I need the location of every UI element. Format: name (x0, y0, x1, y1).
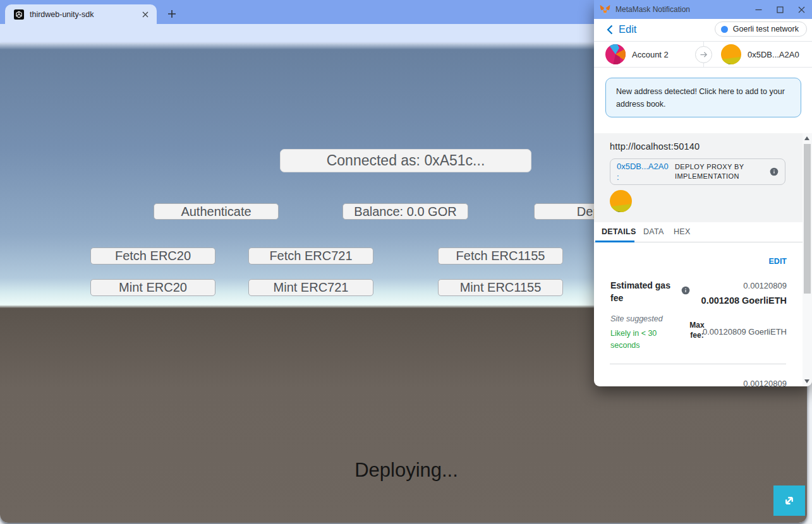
max-fee-value: 0.00120809 GoerliETH (703, 327, 787, 336)
detail-tabs: DETAILS DATA HEX (594, 222, 803, 242)
scrollbar-thumb[interactable] (804, 144, 811, 294)
network-badge-label: Goerli test network (733, 25, 799, 33)
mint-erc20-button[interactable]: Mint ERC20 (90, 279, 215, 296)
metamask-popup: MetaMask Notification Edit Goerli test n… (594, 0, 812, 386)
accounts-row: Account 2 0x5DB...A2A0 (594, 42, 812, 68)
metamask-header: Edit Goerli test network (594, 19, 812, 42)
gas-amount-secondary: 0.00120809 (743, 281, 787, 290)
fetch-erc20-button[interactable]: Fetch ERC20 (90, 247, 215, 265)
metamask-titlebar: MetaMask Notification (594, 0, 812, 19)
to-account[interactable]: 0x5DB...A2A0 (721, 44, 799, 64)
fullscreen-button[interactable] (773, 485, 805, 516)
active-tab-underline (595, 241, 634, 242)
from-account[interactable]: Account 2 (605, 44, 669, 64)
transaction-summary-section: http://localhost:50140 0x5DB...A2A0 : DE… (594, 133, 803, 222)
browser-tab[interactable]: thirdweb-unity-sdk (5, 4, 157, 24)
unity-favicon-icon (14, 9, 24, 20)
mint-erc1155-button[interactable]: Mint ERC1155 (438, 279, 563, 296)
tab-data[interactable]: DATA (643, 227, 664, 236)
tx-colon: : (617, 172, 619, 182)
mint-erc721-button[interactable]: Mint ERC721 (248, 279, 373, 296)
screen: thirdweb-unity-sdk localhost:50140 (0, 0, 812, 524)
from-account-avatar (605, 44, 626, 64)
connected-as-button[interactable]: Connected as: 0xA51c... (280, 149, 531, 172)
new-address-alert[interactable]: New address detected! Click here to add … (605, 78, 801, 117)
tab-title: thirdweb-unity-sdk (30, 10, 140, 19)
tab-close-icon[interactable] (140, 9, 150, 20)
edit-back-label: Edit (619, 23, 636, 35)
to-address-short: 0x5DB...A2A0 (748, 50, 799, 59)
network-badge[interactable]: Goerli test network (715, 21, 807, 37)
gas-amount-primary: 0.001208 GoerliETH (701, 295, 787, 306)
tx-address: 0x5DB...A2A0 (617, 162, 669, 171)
gas-time-estimate: Likely in < 30 seconds (610, 328, 669, 352)
fetch-erc1155-button[interactable]: Fetch ERC1155 (438, 247, 563, 265)
edit-gas-link[interactable]: EDIT (769, 257, 787, 266)
tab-details[interactable]: DETAILS (602, 227, 636, 236)
tab-hex[interactable]: HEX (674, 227, 691, 236)
edit-back-button[interactable]: Edit (607, 23, 636, 35)
deploying-status-text: Deploying... (280, 459, 533, 482)
authenticate-button[interactable]: Authenticate (154, 203, 279, 220)
new-tab-button[interactable] (163, 5, 181, 23)
network-dot-icon (721, 26, 728, 33)
metamask-fox-icon (600, 4, 610, 15)
maximize-icon[interactable] (769, 0, 791, 19)
site-suggested-label: Site suggested (610, 314, 663, 323)
gas-info-icon[interactable] (681, 286, 690, 295)
estimated-gas-fee-label: Estimated gas fee (610, 279, 676, 304)
fetch-erc721-button[interactable]: Fetch ERC721 (248, 247, 373, 265)
method-info-icon[interactable] (770, 167, 779, 176)
scroll-up-icon[interactable] (804, 136, 809, 140)
chevron-left-icon (607, 25, 613, 35)
transfer-arrow-icon (695, 46, 712, 63)
origin-url: http://localhost:50140 (610, 141, 700, 152)
balance-button[interactable]: Balance: 0.0 GOR (342, 203, 468, 220)
popup-scrollbar[interactable] (803, 133, 812, 386)
close-icon[interactable] (791, 0, 812, 19)
from-account-name: Account 2 (632, 50, 669, 59)
expand-arrows-icon (779, 490, 800, 511)
tx-method: DEPLOY PROXY BY IMPLEMENTATION (675, 162, 770, 181)
section-divider (610, 364, 786, 364)
minimize-icon[interactable] (748, 0, 769, 19)
metamask-window-title: MetaMask Notification (615, 5, 748, 14)
scroll-down-icon[interactable] (804, 379, 809, 383)
to-account-avatar (721, 44, 741, 64)
contract-avatar (610, 190, 632, 212)
transaction-method-box: 0x5DB...A2A0 : DEPLOY PROXY BY IMPLEMENT… (610, 158, 785, 185)
total-amount-partial: 0.00120809 (743, 379, 787, 386)
